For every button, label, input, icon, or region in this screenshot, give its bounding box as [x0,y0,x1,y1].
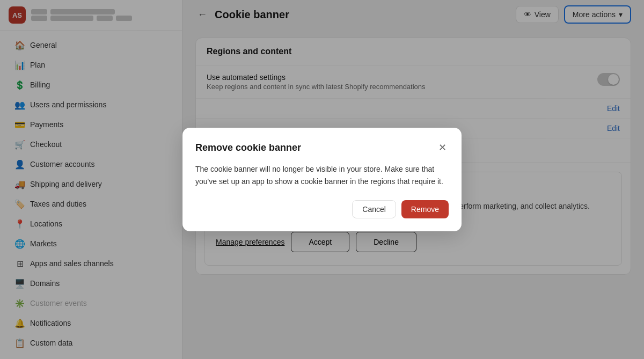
modal-body: The cookie banner will no longer be visi… [195,163,449,187]
remove-button[interactable]: Remove [401,200,449,218]
modal-footer: Cancel Remove [195,200,449,218]
modal-overlay[interactable]: Remove cookie banner ✕ The cookie banner… [0,0,644,359]
modal-header: Remove cookie banner ✕ [195,141,449,155]
cancel-button[interactable]: Cancel [352,200,396,218]
modal-close-button[interactable]: ✕ [436,141,449,155]
modal-title: Remove cookie banner [195,142,301,153]
remove-cookie-banner-modal: Remove cookie banner ✕ The cookie banner… [182,128,462,231]
